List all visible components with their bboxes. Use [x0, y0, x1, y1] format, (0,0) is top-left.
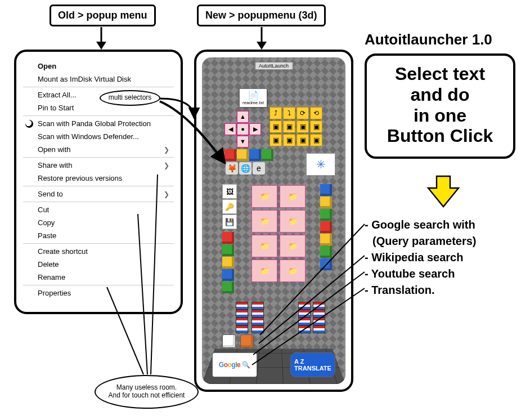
menu-separator [23, 157, 174, 158]
arrow-down-icon [96, 27, 107, 50]
menu-item-rename[interactable]: Rename [23, 271, 174, 284]
feature-google-sub: (Query parameters) [365, 233, 477, 249]
menu-item-restore-versions[interactable]: Restore previous versions [23, 172, 174, 185]
menu-item-open[interactable]: Open [23, 60, 174, 73]
pink-folder-grid[interactable]: 📁📁 📁📁 📁📁 📁📁 [251, 185, 306, 282]
feature-translate: - Translation. [365, 282, 477, 298]
promo-line: Button Click [372, 126, 507, 146]
google-card[interactable]: Google [212, 352, 257, 377]
big-yellow-arrow-icon [426, 175, 460, 208]
dice-orange[interactable] [240, 334, 254, 348]
callout-useless-room: Many useless room.And for touch not effi… [95, 375, 199, 409]
window-title-3d: AutoItLaunch [255, 62, 293, 70]
menu-separator [23, 202, 174, 202]
menu-item-mount-imdisk[interactable]: Mount as ImDisk Virtual Disk [23, 73, 174, 86]
menu-item-cut[interactable]: Cut [23, 203, 174, 216]
browser-icons-row[interactable]: 🦊 🌐 e [226, 162, 265, 175]
new-popup-panel: AutoItLaunch readme.txt ▲ ◀●▶ ▼ ⤴⤵⟳⟲ ▣▣▣… [194, 50, 353, 392]
flag-stack[interactable] [251, 302, 264, 333]
chevron-right-icon: ❯ [164, 190, 169, 198]
chrome-icon[interactable]: 🌐 [239, 162, 251, 175]
firefox-icon[interactable]: 🦊 [226, 162, 238, 175]
flag-stack[interactable] [236, 302, 248, 333]
menu-item-properties[interactable]: Properties [23, 287, 174, 300]
chevron-right-icon: ❯ [164, 162, 169, 169]
dpad-control[interactable]: ▲ ◀●▶ ▼ [224, 111, 261, 148]
menu-item-open-with[interactable]: Open with❯ [23, 143, 174, 156]
menu-item-create-shortcut[interactable]: Create shortcut [23, 245, 174, 258]
old-popup-panel: Open Mount as ImDisk Virtual Disk Extrac… [14, 50, 183, 314]
feature-wikipedia: - Wikipedia search [365, 249, 477, 266]
menu-item-send-to[interactable]: Send to❯ [23, 187, 174, 200]
label-old-popup: Old > popup menu [50, 5, 156, 26]
promo-line: and do [372, 84, 507, 105]
menu-item-paste[interactable]: Paste [23, 229, 174, 242]
menu-separator [23, 186, 174, 186]
color-cube-stack-right[interactable] [320, 184, 332, 270]
promo-box: Select text and do in one Button Click [365, 53, 515, 159]
scene-3d: AutoItLaunch readme.txt ▲ ◀●▶ ▼ ⤴⤵⟳⟲ ▣▣▣… [202, 57, 345, 384]
menu-item-delete[interactable]: Delete [23, 258, 174, 271]
menu-separator [23, 87, 174, 87]
menu-separator [23, 285, 174, 285]
cube-row-top[interactable] [224, 149, 273, 161]
white-cube-stack-left[interactable]: 🖼🔑💾 [222, 184, 237, 229]
menu-item-copy[interactable]: Copy [23, 216, 174, 229]
feature-list: - Google search with (Query parameters) … [365, 217, 477, 298]
menu-item-defender-scan[interactable]: Scan with Windows Defender... [23, 130, 174, 143]
flag-stack[interactable] [298, 302, 311, 333]
menu-separator [23, 243, 174, 244]
readme-file-card[interactable]: readme.txt [239, 88, 267, 108]
color-cube-stack-left[interactable] [222, 232, 234, 293]
flag-stack[interactable] [313, 302, 325, 333]
label-new-popup: New > popupmenu (3d) [197, 5, 326, 26]
svg-marker-0 [428, 176, 459, 207]
translate-card[interactable]: A ZTRANSLATE [290, 352, 335, 377]
loading-spinner-card: ✳ [306, 153, 335, 176]
menu-item-share-with[interactable]: Share with❯ [23, 159, 174, 172]
panda-icon [25, 120, 33, 128]
feature-google: - Google search with [365, 217, 477, 233]
google-logo: Google [219, 361, 240, 369]
promo-line: Select text [372, 64, 507, 84]
dice-white[interactable] [222, 334, 236, 348]
app-title: Autoitlauncher 1.0 [365, 31, 492, 48]
yellow-button-grid[interactable]: ⤴⤵⟳⟲ ▣▣▣▣ ▣▣▣▣ [270, 107, 322, 146]
menu-item-panda-scan[interactable]: Scan with Panda Global Protection [23, 117, 174, 130]
feature-youtube: - Youtube search [365, 266, 477, 282]
ie-icon[interactable]: e [253, 162, 265, 175]
promo-line: in one [372, 105, 507, 126]
arrow-down-icon [256, 27, 267, 50]
callout-multi-selectors: multi selectors [100, 90, 160, 106]
chevron-right-icon: ❯ [164, 146, 169, 154]
menu-separator [23, 115, 174, 116]
